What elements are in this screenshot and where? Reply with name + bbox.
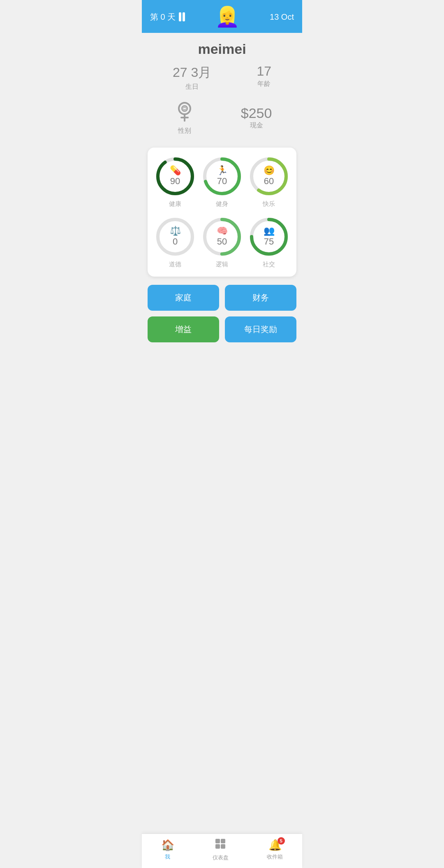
family-button[interactable]: 家庭 xyxy=(148,285,219,311)
circle-happiness: 😊 60 xyxy=(248,156,289,197)
header-left: 第 0 天 xyxy=(150,12,185,23)
circle-social: 👥 75 xyxy=(248,216,289,257)
daily-reward-button[interactable]: 每日奖励 xyxy=(225,316,296,342)
gender-icon xyxy=(172,99,197,124)
stat-emoji-social: 👥 xyxy=(264,226,275,235)
stat-emoji-logic: 🧠 xyxy=(217,226,228,235)
birthday-block: 27 3月 生日 xyxy=(173,64,211,91)
stat-item-health: 💊 90 健康 xyxy=(152,156,199,208)
profile-section: meimei 27 3月 生日 17 年龄 xyxy=(142,33,302,148)
day-label: 第 0 天 xyxy=(150,12,176,23)
stat-emoji-fitness: 🏃 xyxy=(217,166,228,175)
age-label: 年龄 xyxy=(257,80,271,88)
circle-inner-happiness: 😊 60 xyxy=(248,156,289,197)
stats-grid: 💊 90 健康 🏃 70 健身 xyxy=(152,156,292,268)
stat-item-moral: ⚖️ 0 道德 xyxy=(152,216,199,268)
stat-value-fitness: 70 xyxy=(217,176,227,187)
circle-inner-fitness: 🏃 70 xyxy=(201,156,243,197)
profile-stats: 27 3月 生日 17 年龄 xyxy=(150,64,294,91)
stat-label-social: 社交 xyxy=(263,261,275,268)
stat-item-logic: 🧠 50 逻辑 xyxy=(199,216,245,268)
avatar[interactable]: 👱‍♀️ xyxy=(215,7,240,27)
stat-item-happiness: 😊 60 快乐 xyxy=(245,156,292,208)
circle-inner-social: 👥 75 xyxy=(248,216,289,257)
stat-value-moral: 0 xyxy=(173,236,178,247)
birthday-label: 生日 xyxy=(173,83,211,91)
action-buttons-row1: 家庭 财务 xyxy=(148,285,296,311)
cash-value: $250 xyxy=(241,105,272,121)
stat-label-moral: 道德 xyxy=(169,261,181,268)
cash-block: $250 现金 xyxy=(241,105,272,130)
stat-value-social: 75 xyxy=(264,236,274,247)
stat-label-health: 健康 xyxy=(169,200,181,208)
stat-value-health: 90 xyxy=(170,176,180,187)
stat-item-social: 👥 75 社交 xyxy=(245,216,292,268)
age-block: 17 年龄 xyxy=(257,64,271,91)
gender-cash-row: 性别 $250 现金 xyxy=(150,99,294,135)
circle-moral: ⚖️ 0 xyxy=(155,216,196,257)
action-buttons-row2: 增益 每日奖励 xyxy=(148,316,296,342)
gains-button[interactable]: 增益 xyxy=(148,316,219,342)
profile-name: meimei xyxy=(150,41,294,57)
circle-inner-health: 💊 90 xyxy=(155,156,196,197)
age-value: 17 xyxy=(257,64,271,79)
stat-value-logic: 50 xyxy=(217,236,227,247)
circle-health: 💊 90 xyxy=(155,156,196,197)
stat-emoji-moral: ⚖️ xyxy=(170,226,181,235)
circle-inner-logic: 🧠 50 xyxy=(201,216,243,257)
circle-fitness: 🏃 70 xyxy=(201,156,243,197)
stat-label-logic: 逻辑 xyxy=(216,261,228,268)
stat-emoji-health: 💊 xyxy=(170,166,181,175)
stat-value-happiness: 60 xyxy=(264,176,274,187)
gender-block: 性别 xyxy=(172,99,197,135)
app-header: 第 0 天 👱‍♀️ 13 Oct xyxy=(142,0,302,33)
stat-label-fitness: 健身 xyxy=(216,200,228,208)
main-content: meimei 27 3月 生日 17 年龄 xyxy=(142,33,302,383)
circle-logic: 🧠 50 xyxy=(201,216,243,257)
birthday-value: 27 3月 xyxy=(173,64,211,82)
stat-item-fitness: 🏃 70 健身 xyxy=(199,156,245,208)
stat-label-happiness: 快乐 xyxy=(263,200,275,208)
pause-icon[interactable] xyxy=(179,12,185,21)
cash-label: 现金 xyxy=(241,121,272,130)
stat-emoji-happiness: 😊 xyxy=(264,166,275,175)
circle-inner-moral: ⚖️ 0 xyxy=(155,216,196,257)
finance-button[interactable]: 财务 xyxy=(225,285,296,311)
stats-card: 💊 90 健康 🏃 70 健身 xyxy=(148,148,296,277)
header-date: 13 Oct xyxy=(270,12,294,22)
gender-label: 性别 xyxy=(172,127,197,135)
